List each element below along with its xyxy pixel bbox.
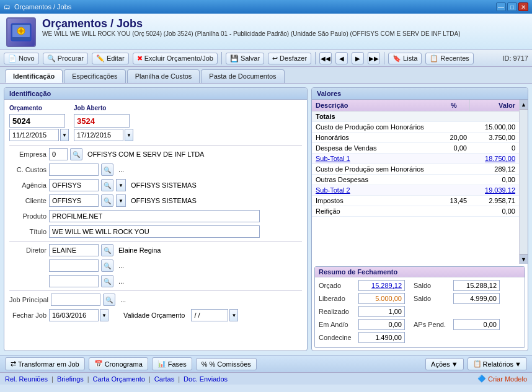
validade-dropdown[interactable]: ▼ — [229, 309, 238, 321]
orcamento-date-input[interactable] — [9, 129, 59, 141]
aps-pend-value[interactable] — [453, 319, 500, 330]
close-button[interactable]: ✕ — [518, 2, 528, 11]
cliente-name: OFFISYS SISTEMAS — [131, 197, 197, 204]
salvar-button[interactable]: 💾 Salvar — [226, 53, 264, 64]
criar-modelo-icon: 🔷 — [477, 375, 486, 383]
orcamento-job-row: Orçamento ▼ Job Aberto ▼ — [9, 105, 302, 141]
fases-button[interactable]: 📊 Fases — [152, 357, 192, 370]
produto-row: Produto — [9, 210, 302, 222]
transformar-button[interactable]: ⇄ Transformar em Job — [5, 357, 85, 370]
rel-reunioes-link[interactable]: Rel. Reuniões — [5, 375, 48, 383]
job-principal-search[interactable]: 🔍 — [103, 294, 115, 306]
acoes-dropdown[interactable]: Ações ▼ — [425, 358, 463, 370]
excluir-icon: ✖ — [137, 54, 143, 63]
carta-orcamento-link[interactable]: Carta Orçamento — [93, 375, 145, 383]
transformar-icon: ⇄ — [11, 360, 16, 368]
salvar-icon: 💾 — [230, 54, 239, 63]
tab-pasta[interactable]: Pasta de Documentos — [201, 69, 284, 83]
produto-input[interactable] — [49, 210, 260, 222]
scrollbar[interactable]: ▲ ▼ — [519, 100, 528, 264]
agencia-search-button[interactable]: 🔍 — [101, 179, 113, 191]
job-principal-code[interactable] — [51, 294, 100, 306]
lista-button[interactable]: 🔖 Lista — [388, 53, 422, 64]
titulo-row: Título — [9, 225, 302, 238]
diretor-search-button[interactable]: 🔍 — [101, 244, 113, 256]
excluir-button[interactable]: ✖ Excluir Orçamento/Job — [133, 53, 218, 64]
cliente-dropdown-button[interactable]: ▼ — [116, 194, 126, 207]
cliente-label: Cliente — [9, 197, 47, 204]
diretor3-code[interactable] — [49, 275, 99, 287]
orcamento-date-dropdown[interactable]: ▼ — [60, 129, 69, 141]
empresa-label: Empresa — [9, 150, 47, 158]
nav-first-button[interactable]: ◀◀ — [319, 52, 332, 64]
agencia-name: OFFISYS SISTEMAS — [131, 181, 197, 189]
diretor2-search-button[interactable]: 🔍 — [101, 259, 113, 272]
desfazer-icon: ↩ — [272, 54, 278, 63]
comissoes-icon: % — [202, 360, 208, 368]
acoes-chevron-icon: ▼ — [451, 360, 458, 368]
fechar-job-date[interactable] — [49, 309, 99, 321]
editar-icon: ✏️ — [96, 54, 105, 63]
editar-button[interactable]: ✏️ Editar — [92, 53, 129, 64]
recentes-button[interactable]: 📋 Recentes — [425, 53, 473, 64]
briefings-link[interactable]: Briefings — [57, 375, 84, 383]
minimize-button[interactable]: — — [496, 2, 506, 11]
tab-planilha[interactable]: Planilha de Custos — [127, 69, 200, 83]
saldo2-value[interactable] — [453, 293, 500, 304]
ccustos-search-button[interactable]: 🔍 — [101, 163, 113, 176]
criar-modelo-button[interactable]: 🔷 Criar Modelo — [477, 375, 527, 383]
comissoes-button[interactable]: % % Comissões — [196, 358, 257, 370]
empresa-search-button[interactable]: 🔍 — [70, 148, 82, 160]
toolbar-separator-1 — [221, 52, 222, 64]
cartas-link[interactable]: Cartas — [154, 375, 174, 383]
tab-identificacao[interactable]: Identificação — [5, 69, 63, 83]
resumo-title: Resumo de Fechamento — [315, 267, 525, 277]
diretor2-code[interactable] — [49, 259, 99, 272]
values-table-scroll[interactable]: Totais Custo de Produção com Honorários … — [312, 111, 519, 217]
agencia-code[interactable] — [49, 179, 99, 191]
agencia-dropdown-button[interactable]: ▼ — [116, 179, 126, 191]
maximize-button[interactable]: □ — [507, 2, 517, 11]
nav-next-button[interactable]: ▶ — [352, 52, 364, 64]
cronograma-button[interactable]: 📅 Cronograma — [89, 357, 148, 370]
validade-input[interactable] — [191, 309, 228, 321]
saldo1-value[interactable] — [453, 280, 500, 291]
realizado-label: Realizado — [319, 308, 356, 315]
emandlo-value[interactable] — [358, 319, 405, 330]
orcado-label: Orçado — [319, 282, 356, 289]
doc-enviados-link[interactable]: Doc. Enviados — [184, 375, 228, 383]
ccustos-row: C. Custos 🔍 ... — [9, 163, 302, 176]
job-date-dropdown[interactable]: ▼ — [125, 129, 133, 141]
ccustos-code[interactable] — [49, 163, 99, 176]
nav-prev-button[interactable]: ◀ — [335, 52, 348, 64]
diretor-code[interactable] — [49, 244, 99, 256]
condecine-value[interactable] — [358, 332, 405, 343]
job-date-input[interactable] — [74, 129, 123, 141]
cliente-code[interactable] — [49, 194, 99, 207]
desfazer-button[interactable]: ↩ Desfazer — [268, 53, 311, 64]
procurar-icon: 🔍 — [47, 54, 56, 63]
job-principal-row: Job Principal 🔍 ... — [9, 294, 302, 306]
job-input[interactable] — [74, 114, 130, 128]
orcado-value[interactable] — [358, 280, 405, 291]
realizado-value[interactable] — [358, 306, 405, 317]
fechar-job-date-dropdown[interactable]: ▼ — [100, 309, 109, 321]
cronograma-icon: 📅 — [94, 360, 103, 368]
nav-last-button[interactable]: ▶▶ — [368, 52, 380, 64]
procurar-button[interactable]: 🔍 Procurar — [43, 53, 88, 64]
toolbar-separator-3 — [384, 52, 384, 64]
novo-button[interactable]: 📄 Novo — [4, 53, 39, 64]
titulo-input[interactable] — [49, 225, 260, 238]
aps-pend-label: APs Pend. — [414, 321, 451, 328]
table-row: Sub-Total 1 18.750,00 — [312, 154, 519, 164]
titlebar-title: Orçamentos / Jobs — [14, 3, 496, 11]
relatorios-dropdown[interactable]: 📋 Relatórios ▼ — [468, 357, 527, 370]
cliente-search-button[interactable]: 🔍 — [101, 194, 113, 207]
tab-especificacoes[interactable]: Especificações — [64, 69, 125, 83]
empresa-code[interactable] — [49, 148, 68, 160]
resumo-body: Orçado Saldo Liberado Saldo Realizado Em — [315, 277, 525, 347]
orcamento-input[interactable] — [9, 114, 65, 128]
bottom-links: Rel. Reuniões | Briefings | Carta Orçame… — [0, 372, 532, 385]
liberado-value[interactable] — [358, 293, 405, 304]
diretor3-search-button[interactable]: 🔍 — [101, 275, 113, 287]
